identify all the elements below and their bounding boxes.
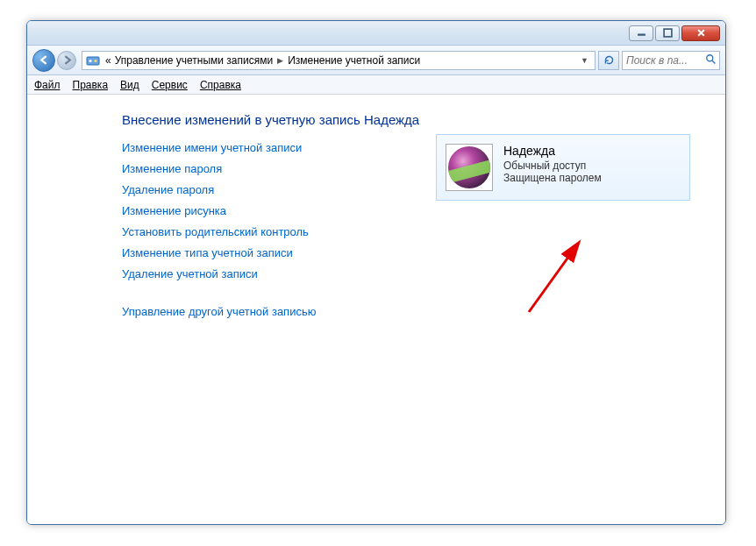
menu-edit[interactable]: Правка: [73, 79, 109, 91]
content-area: Внесение изменений в учетную запись Наде…: [27, 95, 725, 524]
maximize-button[interactable]: [655, 25, 680, 41]
svg-rect-1: [664, 29, 672, 37]
nav-row: « Управление учетными записями ▶ Изменен…: [27, 46, 725, 75]
page-title: Внесение изменений в учетную запись Наде…: [122, 112, 725, 127]
menu-bar: Файл Правка Вид Сервис Справка: [27, 75, 725, 95]
address-bar[interactable]: « Управление учетными записями ▶ Изменен…: [82, 51, 596, 70]
link-parental-control[interactable]: Установить родительский контроль: [122, 225, 309, 238]
menu-file[interactable]: Файл: [34, 79, 61, 91]
user-name: Надежда: [503, 144, 602, 158]
link-change-password[interactable]: Изменение пароля: [122, 162, 222, 175]
titlebar: [27, 21, 725, 46]
control-panel-icon: [86, 53, 100, 67]
link-change-name[interactable]: Изменение имени учетной записи: [122, 141, 302, 154]
menu-tools[interactable]: Сервис: [152, 79, 188, 91]
svg-rect-4: [87, 57, 99, 65]
svg-line-8: [712, 60, 716, 64]
link-change-type[interactable]: Изменение типа учетной записи: [122, 246, 293, 259]
breadcrumb-prefix[interactable]: «: [103, 54, 113, 67]
link-delete-account[interactable]: Удаление учетной записи: [122, 267, 258, 280]
window-frame: « Управление учетными записями ▶ Изменен…: [26, 20, 726, 525]
svg-point-6: [94, 59, 96, 61]
user-info: Надежда Обычный доступ Защищена паролем: [503, 144, 602, 191]
minimize-button[interactable]: [629, 25, 653, 41]
link-manage-other[interactable]: Управление другой учетной записью: [122, 305, 316, 318]
user-type: Обычный доступ: [503, 160, 602, 172]
link-change-picture[interactable]: Изменение рисунка: [122, 204, 226, 217]
link-remove-password[interactable]: Удаление пароля: [122, 183, 214, 196]
svg-point-5: [89, 59, 91, 61]
avatar-image: [448, 146, 490, 188]
menu-view[interactable]: Вид: [120, 79, 139, 91]
close-button[interactable]: [681, 25, 720, 41]
avatar: [446, 144, 493, 191]
refresh-button[interactable]: [598, 51, 619, 70]
search-icon: [705, 53, 716, 67]
forward-button[interactable]: [57, 51, 76, 70]
chevron-right-icon[interactable]: ▶: [275, 56, 286, 65]
user-protection: Защищена паролем: [503, 172, 602, 184]
back-button[interactable]: [32, 49, 55, 72]
breadcrumb-accounts[interactable]: Управление учетными записями: [113, 54, 275, 67]
search-box[interactable]: [622, 51, 720, 70]
breadcrumb-change-account[interactable]: Изменение учетной записи: [286, 54, 422, 67]
user-tile[interactable]: Надежда Обычный доступ Защищена паролем: [436, 134, 690, 201]
search-input[interactable]: [626, 54, 705, 67]
menu-help[interactable]: Справка: [200, 79, 241, 91]
address-dropdown[interactable]: ▼: [576, 56, 593, 65]
svg-point-7: [706, 55, 712, 61]
